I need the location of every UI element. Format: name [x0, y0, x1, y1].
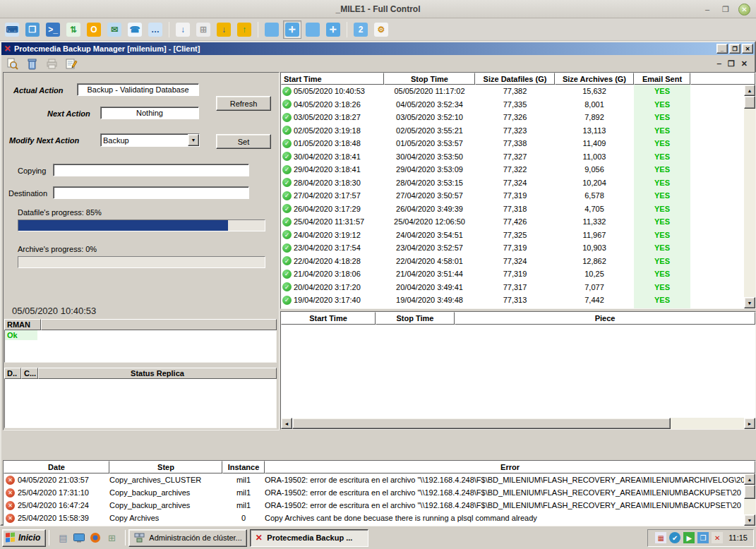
- vnc-minimize-button[interactable]: ‒: [702, 4, 713, 15]
- table-row[interactable]: ✓23/04/2020 3:17:5423/04/2020 3:52:5777,…: [281, 241, 744, 255]
- app-restore-button[interactable]: ❐: [729, 44, 740, 54]
- errors-vertical-scrollbar[interactable]: ▲ ▼: [744, 473, 755, 526]
- table-row[interactable]: ✕25/04/2020 17:31:10Copy_backup_archives…: [4, 486, 744, 499]
- ctrl-alt-del-icon[interactable]: ⌨: [3, 20, 21, 39]
- mdi-minimize-button[interactable]: ‒: [717, 59, 721, 68]
- scroll-down-button[interactable]: ▼: [744, 514, 755, 526]
- window-toggle-icon[interactable]: ❐: [23, 20, 42, 39]
- network-connections-icon[interactable]: ❒: [697, 532, 709, 543]
- col-size-archives[interactable]: Size Archives (G): [555, 73, 634, 85]
- col-start-time[interactable]: Start Time: [281, 73, 384, 85]
- pieces-col-piece[interactable]: Piece: [455, 312, 755, 325]
- scroll-up-button[interactable]: ▲: [744, 473, 755, 485]
- replica-header-c[interactable]: C...: [21, 368, 38, 379]
- errors-col-error[interactable]: Error: [265, 461, 755, 473]
- connection-options-icon[interactable]: ⊞: [194, 20, 212, 39]
- table-row[interactable]: ✓02/05/2020 3:19:1802/05/2020 3:55:2177,…: [281, 124, 744, 138]
- col-size-datafiles[interactable]: Size Datafiles (G): [475, 73, 555, 85]
- backups-vertical-scrollbar[interactable]: ▲ ▼: [744, 85, 755, 308]
- scroll-right-button[interactable]: ►: [744, 418, 755, 429]
- table-row[interactable]: ✓29/04/2020 3:18:4129/04/2020 3:53:0977,…: [281, 163, 744, 176]
- table-row[interactable]: ✓04/05/2020 3:18:2604/05/2020 3:52:3477,…: [281, 98, 744, 111]
- col-stop-time[interactable]: Stop Time: [384, 73, 475, 85]
- table-row[interactable]: ✓05/05/2020 10:40:5305/05/2020 11:17:027…: [281, 85, 744, 98]
- errors-col-instance[interactable]: Instance: [222, 461, 265, 473]
- pieces-horizontal-scrollbar[interactable]: ◄ ►: [281, 418, 755, 429]
- errors-col-step[interactable]: Step: [109, 461, 222, 473]
- ctrl-key-icon[interactable]: O: [85, 20, 103, 39]
- table-row[interactable]: ✓28/04/2020 3:18:3028/04/2020 3:53:1577,…: [281, 176, 744, 190]
- edit-icon[interactable]: [65, 57, 78, 70]
- upload-box-icon[interactable]: ↑: [235, 20, 253, 39]
- session-manager-icon[interactable]: ▦: [655, 532, 666, 543]
- scroll-thumb[interactable]: [292, 418, 671, 429]
- vnc-restore-button[interactable]: ❐: [720, 4, 731, 15]
- server-icon[interactable]: ▤: [56, 531, 69, 544]
- dual-monitor-icon[interactable]: 2: [352, 20, 370, 39]
- table-row[interactable]: ✓18/04/2020 3:18:2518/04/2020 3:52:4777,…: [281, 307, 744, 309]
- table-row[interactable]: ✓21/04/2020 3:18:0621/04/2020 3:51:4477,…: [281, 267, 744, 281]
- tools-icon[interactable]: ⚙: [372, 20, 390, 39]
- table-row[interactable]: ✓20/04/2020 3:17:2020/04/2020 3:49:4177,…: [281, 281, 744, 294]
- scroll-left-button[interactable]: ◄: [281, 418, 292, 429]
- scroll-thumb[interactable]: [744, 96, 755, 109]
- show-desktop-icon[interactable]: [73, 531, 85, 544]
- table-row[interactable]: ✓19/04/2020 3:17:4019/04/2020 3:49:4877,…: [281, 294, 744, 307]
- preview-icon[interactable]: [6, 57, 18, 70]
- next-action-label: Next Action: [47, 109, 90, 118]
- stop-time-cell: 02/05/2020 3:55:21: [384, 126, 475, 135]
- start-button[interactable]: Inicio: [2, 529, 46, 547]
- firefox-icon[interactable]: [89, 531, 102, 544]
- vnc-close-button[interactable]: ✕: [738, 4, 750, 16]
- table-row[interactable]: ✕25/04/2020 16:47:24Copy_backup_archives…: [4, 499, 744, 512]
- combo-dropdown-button[interactable]: ▼: [188, 134, 199, 146]
- mdi-restore-button[interactable]: ❐: [728, 59, 735, 68]
- errors-col-date[interactable]: Date: [4, 461, 109, 473]
- window-normal-icon[interactable]: [263, 20, 281, 39]
- file-transfer-icon[interactable]: ↓: [174, 20, 192, 39]
- table-row[interactable]: ✕04/05/2020 21:03:57Copy_archives_CLUSTE…: [4, 473, 744, 486]
- terminal-icon[interactable]: >_: [44, 20, 62, 39]
- set-button[interactable]: Set: [216, 134, 271, 149]
- table-row[interactable]: ✓01/05/2020 3:18:4801/05/2020 3:53:5777,…: [281, 137, 744, 150]
- chat-request-icon[interactable]: ✉: [105, 20, 124, 39]
- cluster-icon[interactable]: ⊞: [105, 531, 118, 544]
- network-monitor-icon[interactable]: ✔: [669, 532, 680, 543]
- refresh-arrows-icon[interactable]: ⇅: [64, 20, 83, 39]
- fullscreen-icon[interactable]: ✛: [283, 20, 301, 39]
- chat-icon[interactable]: …: [146, 20, 164, 39]
- table-row[interactable]: ✓25/04/2020 11:31:5725/04/2020 12:06:507…: [281, 215, 744, 229]
- scroll-down-button[interactable]: ▼: [744, 297, 755, 308]
- mdi-close-button[interactable]: ✕: [741, 59, 748, 68]
- app-minimize-button[interactable]: _: [716, 44, 728, 54]
- table-row[interactable]: ✕25/04/2020 15:58:39Copy Archives0Copy A…: [4, 512, 744, 524]
- table-row[interactable]: ✓24/04/2020 3:19:1224/04/2020 3:54:5177,…: [281, 229, 744, 242]
- table-row[interactable]: ✓03/05/2020 3:18:2703/05/2020 3:52:1077,…: [281, 111, 744, 124]
- volume-muted-icon[interactable]: ✕: [712, 532, 723, 543]
- phone-icon[interactable]: ☎: [126, 20, 144, 39]
- scroll-thumb[interactable]: [744, 485, 755, 499]
- pieces-col-start-time[interactable]: Start Time: [281, 312, 376, 325]
- task-button-protecmedia-backup[interactable]: ✕ Protecmedia Backup ...: [250, 529, 368, 547]
- replica-header-d[interactable]: D..: [4, 368, 21, 379]
- table-row[interactable]: ✓30/04/2020 3:18:4130/04/2020 3:53:5077,…: [281, 150, 744, 164]
- rman-header[interactable]: RMAN: [4, 319, 41, 330]
- email-sent-cell: YES: [634, 267, 690, 281]
- delete-icon[interactable]: [25, 57, 38, 70]
- pieces-col-stop-time[interactable]: Stop Time: [376, 312, 455, 325]
- col-email-sent[interactable]: Email Sent: [634, 73, 690, 85]
- modify-next-action-combo[interactable]: Backup ▼: [100, 133, 200, 147]
- replica-header-status[interactable]: Status Replica: [38, 368, 277, 379]
- refresh-button[interactable]: Refresh: [216, 96, 271, 111]
- recorder-icon[interactable]: ▶: [683, 532, 695, 543]
- auto-scale-icon[interactable]: ✛: [324, 20, 342, 39]
- task-button-cluster-admin[interactable]: Administración de clúster...: [128, 529, 247, 547]
- app-close-button[interactable]: ✕: [742, 44, 753, 54]
- table-row[interactable]: ✓27/04/2020 3:17:5727/04/2020 3:50:5777,…: [281, 189, 744, 203]
- scroll-up-button[interactable]: ▲: [744, 85, 755, 96]
- table-row[interactable]: ✓26/04/2020 3:17:2926/04/2020 3:49:3977,…: [281, 203, 744, 216]
- scaled-view-icon[interactable]: [304, 20, 322, 39]
- table-row[interactable]: ✓22/04/2020 4:18:2822/04/2020 4:58:0177,…: [281, 255, 744, 268]
- size-archives-cell: 7,892: [555, 113, 634, 121]
- download-box-icon[interactable]: ↓: [215, 20, 233, 39]
